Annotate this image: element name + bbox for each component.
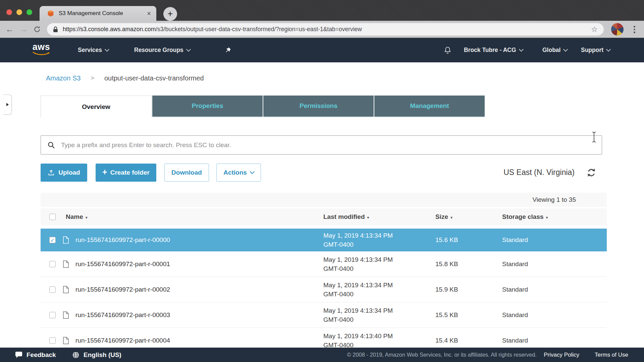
viewing-count: Viewing 1 to 35 — [532, 196, 576, 203]
bucket-tabs: Overview Properties Permissions Manageme… — [41, 96, 485, 118]
reload-icon[interactable] — [33, 21, 41, 38]
browser-tab[interactable]: S3 Management Console × — [40, 6, 156, 21]
bookmark-star-icon[interactable]: ☆ — [591, 25, 598, 34]
upload-button[interactable]: Upload — [41, 164, 87, 182]
create-folder-button[interactable]: + Create folder — [96, 164, 156, 182]
search-input[interactable] — [60, 141, 595, 149]
account-menu[interactable]: Brock Tubre - ACG — [464, 38, 523, 62]
chevron-down-icon — [606, 47, 611, 52]
sort-caret-icon: ▾ — [546, 215, 548, 220]
table-row[interactable]: run-1556741609972-part-r-00002 May 1, 20… — [41, 277, 607, 302]
notifications-bell-icon[interactable] — [443, 38, 452, 62]
table-header: Name▾ Last modified▾ Size▾ Storage class… — [41, 208, 607, 225]
sidebar-expand-handle[interactable] — [3, 95, 12, 115]
object-storage-class: Standard — [502, 337, 528, 344]
tab-management[interactable]: Management — [374, 96, 485, 117]
aws-logo[interactable]: aws — [32, 43, 51, 57]
object-storage-class: Standard — [502, 286, 528, 293]
sort-caret-icon: ▾ — [367, 215, 369, 220]
object-last-modified: May 1, 2019 4:13:40 PM GMT-0400 — [323, 331, 407, 348]
back-icon[interactable]: ← — [5, 21, 14, 38]
tab-properties[interactable]: Properties — [152, 96, 263, 117]
chevron-down-icon — [186, 47, 191, 52]
file-icon — [63, 286, 69, 293]
column-header-size[interactable]: Size▾ — [435, 213, 452, 221]
aws-nav-bar: aws Services Resource Groups Brock Tubre… — [0, 38, 644, 62]
object-size: 15.8 KB — [435, 260, 458, 268]
download-button[interactable]: Download — [164, 164, 209, 182]
table-row[interactable]: run-1556741609972-part-r-00001 May 1, 20… — [41, 251, 607, 277]
feedback-button[interactable]: Feedback — [15, 348, 56, 362]
object-last-modified: May 1, 2019 4:13:34 PM GMT-0400 — [323, 281, 407, 299]
row-checkbox[interactable] — [49, 261, 56, 267]
url-bar[interactable]: https://s3.console.aws.amazon.com/s3/buc… — [47, 23, 604, 36]
privacy-policy-link[interactable]: Privacy Policy — [544, 348, 579, 362]
browser-tab-bar: S3 Management Console × + — [0, 0, 644, 21]
search-icon — [47, 141, 55, 149]
table-row[interactable]: run-1556741609972-part-r-00004 May 1, 20… — [41, 328, 607, 348]
lock-icon[interactable] — [53, 26, 58, 33]
support-menu[interactable]: Support — [581, 38, 610, 62]
row-checkbox[interactable] — [49, 312, 56, 318]
actions-dropdown-button[interactable]: Actions — [216, 164, 261, 182]
browser-toolbar: ← → https://s3.console.aws.amazon.com/s3… — [0, 21, 644, 38]
row-checkbox-checked[interactable]: ✓ — [49, 237, 56, 243]
select-all-checkbox[interactable] — [49, 214, 56, 220]
url-path: /s3/buckets/output-user-data-csv-transfo… — [156, 26, 362, 33]
chevron-down-icon — [563, 47, 568, 52]
object-list: ✓ run-1556741609972-part-r-00000 May 1, … — [41, 229, 607, 348]
browser-menu-icon[interactable] — [634, 26, 635, 33]
pushpin-icon[interactable] — [224, 38, 231, 62]
object-name-link[interactable]: run-1556741609972-part-r-00003 — [75, 311, 170, 319]
expand-arrow-icon — [6, 103, 9, 106]
table-row[interactable]: run-1556741609972-part-r-00003 May 1, 20… — [41, 302, 607, 328]
aws-footer: Feedback English (US) © 2008 - 2019, Ama… — [0, 348, 644, 362]
tab-permissions[interactable]: Permissions — [263, 96, 374, 117]
tab-title: S3 Management Console — [59, 10, 147, 17]
browser-window: S3 Management Console × + ← → https://s3… — [0, 0, 644, 362]
column-header-storage-class[interactable]: Storage class▾ — [502, 213, 548, 221]
object-name-link[interactable]: run-1556741609972-part-r-00001 — [75, 260, 170, 268]
check-icon: ✓ — [50, 238, 55, 243]
tab-overview[interactable]: Overview — [41, 96, 152, 118]
refresh-icon[interactable] — [587, 168, 596, 177]
object-name-link[interactable]: run-1556741609972-part-r-00004 — [75, 337, 170, 344]
chevron-down-icon — [250, 169, 255, 174]
upload-icon — [48, 169, 55, 176]
object-name-link[interactable]: run-1556741609972-part-r-00000 — [75, 236, 170, 244]
forward-icon[interactable]: → — [19, 21, 28, 38]
object-size: 15.6 KB — [435, 236, 458, 244]
plus-icon: + — [102, 167, 107, 177]
language-selector[interactable]: English (US) — [72, 348, 121, 362]
object-last-modified: May 1, 2019 4:13:34 PM GMT-0400 — [323, 231, 407, 249]
breadcrumb-separator: > — [91, 75, 94, 82]
column-header-last-modified[interactable]: Last modified▾ — [323, 213, 369, 221]
file-icon — [63, 337, 69, 344]
column-header-name[interactable]: Name▾ — [66, 213, 88, 221]
text-cursor — [591, 131, 597, 143]
object-size: 15.9 KB — [435, 286, 458, 293]
sort-caret-icon: ▾ — [450, 215, 452, 220]
browser-profile-avatar[interactable] — [611, 23, 624, 36]
breadcrumb-amazon-s3-link[interactable]: Amazon S3 — [46, 74, 80, 82]
region-menu[interactable]: Global — [542, 38, 567, 62]
breadcrumb: Amazon S3 > output-user-data-csv-transfo… — [46, 74, 204, 82]
url-text: https://s3.console.aws.amazon.com/s3/buc… — [63, 26, 588, 33]
object-name-link[interactable]: run-1556741609972-part-r-00002 — [75, 286, 170, 293]
nav-services-menu[interactable]: Services — [78, 38, 109, 62]
object-storage-class: Standard — [502, 311, 528, 319]
row-checkbox[interactable] — [49, 286, 56, 293]
current-region-label: US East (N. Virginia) — [476, 168, 575, 177]
terms-of-use-link[interactable]: Terms of Use — [595, 348, 628, 362]
close-window-button[interactable] — [6, 9, 12, 15]
copyright-text: © 2008 - 2019, Amazon Web Services, Inc.… — [347, 348, 537, 362]
s3-favicon — [47, 10, 54, 17]
table-row[interactable]: ✓ run-1556741609972-part-r-00000 May 1, … — [41, 229, 607, 251]
minimize-window-button[interactable] — [16, 9, 22, 15]
zoom-window-button[interactable] — [26, 9, 32, 15]
new-tab-button[interactable]: + — [163, 7, 177, 21]
tab-close-icon[interactable]: × — [147, 10, 151, 17]
nav-resource-groups-menu[interactable]: Resource Groups — [134, 38, 190, 62]
row-checkbox[interactable] — [49, 337, 56, 344]
file-icon — [63, 311, 69, 319]
